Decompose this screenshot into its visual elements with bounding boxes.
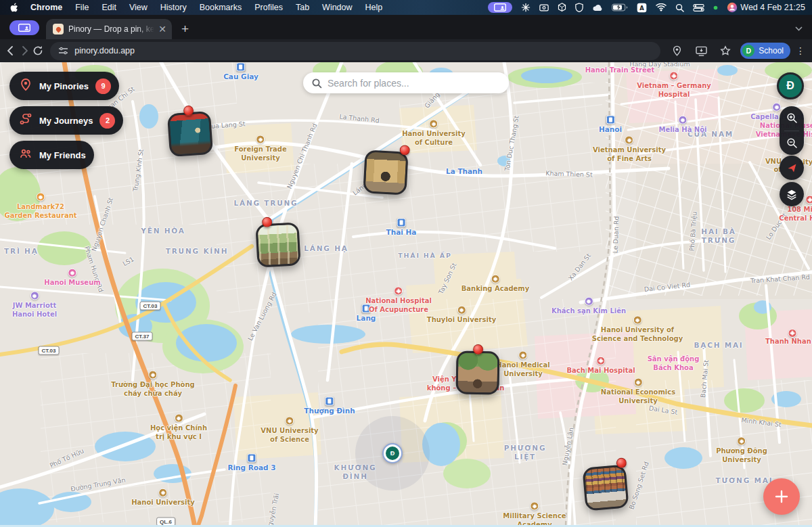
map-label-transit[interactable]: Hanoi — [599, 115, 622, 133]
cloud-icon[interactable] — [592, 4, 603, 12]
wifi-icon[interactable] — [656, 3, 667, 12]
asterisk-icon[interactable] — [521, 3, 531, 12]
map-layers-button[interactable] — [780, 182, 804, 206]
pin-teal-cafe[interactable] — [167, 111, 213, 157]
menubar-menus: ChromeFileEditViewHistoryBookmarksProfil… — [30, 3, 382, 12]
map-label-area: LÁNG HẠ — [304, 244, 348, 252]
browser-tab-pinory[interactable]: Pinory — Drop a pin, keep a m ✕ — [46, 19, 172, 39]
map-label-area: LÁNG TRUNG — [233, 199, 298, 207]
map-label-edu[interactable]: National EconomicsUniversity — [601, 378, 675, 405]
user-avatar-button[interactable]: Đ — [777, 72, 804, 99]
menu-view[interactable]: View — [129, 3, 148, 12]
back-button[interactable] — [4, 41, 18, 60]
zoom-out-button[interactable] — [780, 131, 804, 156]
current-location-letter: Đ — [386, 446, 399, 460]
battery-icon[interactable] — [612, 3, 628, 12]
new-tab-button[interactable]: + — [181, 22, 189, 35]
map-label-edu[interactable]: Hanoi University — [131, 488, 195, 507]
map-label-transit[interactable]: Ring Road 3 — [227, 453, 275, 472]
pin-greenhouse-cafe[interactable] — [255, 222, 300, 267]
map-label-hotel[interactable]: Melia Hà Nội — [658, 116, 706, 134]
add-pinory-button[interactable] — [763, 478, 800, 515]
pin-bookstore[interactable] — [582, 464, 629, 511]
apple-menu-icon[interactable] — [9, 3, 18, 13]
tab-list-chevron-icon[interactable] — [795, 22, 803, 34]
menu-window[interactable]: Window — [322, 3, 352, 12]
menu-chrome[interactable]: Chrome — [30, 3, 62, 12]
bookmark-star-icon[interactable] — [716, 41, 735, 60]
map-label-edu[interactable]: Trường Đại học Phòngcháy chữa cháy — [111, 371, 194, 397]
menu-bookmarks[interactable]: Bookmarks — [200, 3, 242, 12]
map-label-edu[interactable]: Vietnam Universityof Fine Arts — [593, 136, 666, 162]
menubar-status: A — [488, 2, 738, 13]
map-label-pink[interactable]: Hanoi Museum — [44, 269, 100, 287]
menu-history[interactable]: History — [160, 3, 187, 12]
install-app-icon[interactable] — [692, 41, 710, 60]
map-label-transit[interactable]: Thai Ha — [386, 218, 417, 236]
map-label-transit[interactable]: Cau Giay — [223, 62, 258, 81]
screen-mirroring-pill[interactable] — [488, 2, 512, 13]
map-label-edu[interactable]: Banking Academy — [461, 275, 530, 293]
places-search-bar[interactable] — [303, 72, 509, 93]
map-pin-icon — [19, 78, 32, 94]
map-viewport[interactable]: Cau GiayHang Day StadiumHanoi Train Stre… — [0, 62, 812, 527]
map-label-hotel[interactable]: Khách sạn Kim Liên — [551, 297, 626, 315]
svg-text:A: A — [640, 4, 645, 11]
map-label-edu[interactable]: Hanoi University ofScience and Technolog… — [592, 316, 683, 342]
input-a-icon[interactable]: A — [637, 3, 647, 13]
search-input[interactable] — [328, 78, 501, 89]
map-label-edu[interactable]: Millitary ScienceAcademy — [503, 502, 566, 527]
zoom-in-button[interactable] — [780, 106, 804, 131]
map-label-edu[interactable]: Phương ĐôngUniversity — [716, 437, 767, 463]
profile-chip[interactable]: D School — [740, 43, 790, 59]
my-pinories-button[interactable]: My Pinories 9 — [9, 72, 119, 100]
menu-file[interactable]: File — [75, 3, 89, 12]
map-label-health[interactable]: Bach Mai Hospital — [566, 357, 635, 375]
map-label-health[interactable] — [788, 329, 797, 338]
location-permission-icon[interactable] — [667, 41, 686, 60]
status-green-dot[interactable] — [713, 5, 718, 10]
hotel-poi-icon — [679, 116, 687, 124]
my-journeys-button[interactable]: My Journeys 2 — [9, 106, 123, 135]
pin-storefront-bicycle[interactable] — [363, 150, 408, 195]
forward-button[interactable] — [18, 41, 31, 60]
menu-tab[interactable]: Tab — [296, 3, 309, 12]
reload-button[interactable] — [31, 41, 45, 60]
omnibox[interactable]: pinory.dodu.app — [50, 42, 660, 60]
edu-poi-icon — [633, 378, 642, 387]
site-settings-icon[interactable] — [58, 46, 68, 55]
food-poi-icon — [37, 193, 45, 202]
cube-icon[interactable] — [558, 3, 566, 12]
profile-gradient-icon[interactable] — [727, 2, 738, 13]
pin-courtyard-cafe[interactable] — [455, 350, 499, 394]
map-label-health[interactable]: National HospitalOf Acupuncture — [365, 287, 432, 313]
map-label-edu[interactable]: Foreign TradeUniversity — [234, 135, 287, 162]
pinory-favicon-icon — [53, 24, 64, 35]
map-label-hotel[interactable]: JW MarriottHanoi Hotel — [12, 292, 57, 318]
screenshot-icon[interactable] — [539, 3, 549, 12]
spotlight-icon[interactable] — [675, 3, 684, 12]
map-label-food[interactable]: Landmark72Garden Restaurant — [4, 193, 76, 219]
tab-strip: Pinory — Drop a pin, keep a m ✕ + — [0, 15, 812, 39]
edu-poi-icon — [530, 502, 539, 511]
tab-close-icon[interactable]: ✕ — [158, 24, 166, 35]
menu-profiles[interactable]: Profiles — [254, 3, 283, 12]
map-label-edu[interactable]: Học viện Chínhtrị khu vực I — [150, 414, 207, 440]
map-label-edu[interactable]: Hanoi MedicalUniversity — [496, 351, 549, 377]
screen-share-tab-pill[interactable] — [9, 20, 39, 35]
menu-edit[interactable]: Edit — [102, 3, 116, 12]
road-badge: CT.03 — [140, 302, 161, 311]
map-label-health[interactable]: Vietnam – GermanyHospital — [637, 72, 711, 98]
locate-me-button[interactable] — [780, 156, 804, 180]
map-label-edu[interactable]: Thuyloi University — [427, 306, 496, 324]
browser-menu-icon[interactable]: ⋮ — [796, 45, 805, 56]
my-friends-button[interactable]: My Friends — [9, 141, 94, 169]
map-label-transit[interactable]: Thượng Đình — [304, 396, 355, 415]
map-label-edu[interactable]: VNU Universityof Science — [261, 417, 318, 443]
shield-icon[interactable] — [575, 3, 583, 12]
my-pinories-label: My Pinories — [39, 81, 89, 91]
menu-help[interactable]: Help — [365, 3, 383, 12]
map-label-edu[interactable]: Hanoi Universityof Culture — [402, 120, 466, 146]
control-center-icon[interactable] — [693, 4, 704, 12]
menubar-clock[interactable]: Wed 4 Feb 21:25 — [740, 3, 805, 12]
